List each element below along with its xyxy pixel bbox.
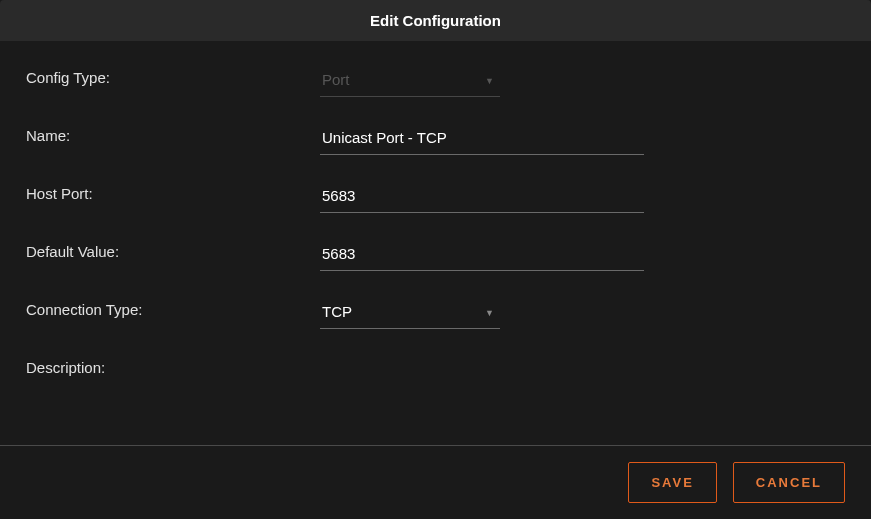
connection-type-select[interactable]: TCP ▼ — [320, 297, 500, 329]
connection-type-row: Connection Type: TCP ▼ — [26, 297, 845, 329]
host-port-row: Host Port: — [26, 181, 845, 213]
description-label: Description: — [26, 355, 320, 376]
save-button[interactable]: SAVE — [628, 462, 716, 503]
config-type-select: Port ▼ — [320, 65, 500, 97]
dialog-title: Edit Configuration — [0, 12, 871, 29]
name-row: Name: — [26, 123, 845, 155]
dialog-body: Config Type: Port ▼ Name: Host Port: — [0, 41, 871, 445]
default-value-input[interactable] — [320, 239, 644, 271]
default-value-label: Default Value: — [26, 239, 320, 260]
description-textarea[interactable] — [320, 355, 644, 445]
name-label: Name: — [26, 123, 320, 144]
chevron-down-icon: ▼ — [485, 308, 494, 318]
config-type-row: Config Type: Port ▼ — [26, 65, 845, 97]
host-port-input[interactable] — [320, 181, 644, 213]
default-value-row: Default Value: — [26, 239, 845, 271]
connection-type-label: Connection Type: — [26, 297, 320, 318]
config-type-value: Port — [320, 65, 500, 96]
dialog-footer: SAVE CANCEL — [0, 445, 871, 519]
name-input[interactable] — [320, 123, 644, 155]
chevron-down-icon: ▼ — [485, 76, 494, 86]
dialog-header: Edit Configuration — [0, 0, 871, 41]
config-type-label: Config Type: — [26, 65, 320, 86]
connection-type-value: TCP — [320, 297, 500, 328]
description-row: Description: — [26, 355, 845, 445]
cancel-button[interactable]: CANCEL — [733, 462, 845, 503]
host-port-label: Host Port: — [26, 181, 320, 202]
edit-configuration-dialog: Edit Configuration Config Type: Port ▼ N… — [0, 0, 871, 519]
